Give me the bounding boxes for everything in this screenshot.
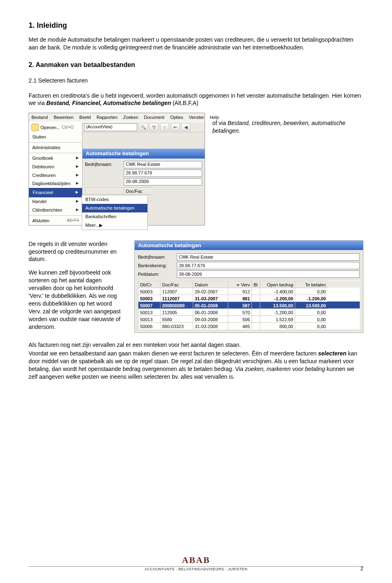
table-row[interactable]: 50013558009-03-20085061.522,690,00: [138, 315, 360, 322]
table-cell: 50003: [138, 288, 160, 295]
subsection-number: 2.1 Selecteren facturen: [29, 77, 88, 84]
para-path: zoeken, markeren voor betaling: [245, 366, 325, 372]
menubar-item[interactable]: Venster: [188, 114, 205, 121]
menubar-item[interactable]: Bewerken: [53, 114, 74, 121]
menu-shortcut: Ctrl+O: [62, 125, 74, 130]
column-header-docfac[interactable]: Doc/Fac: [160, 281, 193, 288]
menu-item-afsluiten[interactable]: AfsluitenAlt+F4: [29, 217, 82, 225]
table-cell: 05-01-2008: [193, 302, 228, 308]
submenu-arrow-icon: ▶: [99, 223, 102, 228]
table-cell: [252, 302, 260, 308]
table-cell: 0,00: [295, 308, 327, 315]
table-cell: 50013: [138, 315, 160, 322]
table-cell: 13.500,00: [260, 302, 295, 308]
table-cell: [252, 308, 260, 315]
table-cell: 5580: [160, 315, 193, 322]
table-cell: 50006: [138, 322, 160, 329]
menu-item-administraties[interactable]: Administraties: [29, 143, 82, 152]
table-cell: 200800089: [160, 302, 193, 308]
account-select[interactable]: (AccountView): [84, 123, 137, 131]
rekening-field[interactable]: 28.98.77.679: [124, 170, 202, 177]
table-cell: [252, 295, 260, 302]
table-cell: 13.500,00: [295, 302, 327, 308]
menu-item-crediteuren[interactable]: Crediteuren▶: [29, 171, 82, 180]
menubar-item[interactable]: Bestand: [31, 114, 49, 121]
page-number: 2: [361, 565, 363, 572]
sort-paragraph-2: We kunnen zelf bijvoorbeeld ook sorteren…: [29, 269, 125, 331]
caption-text: of via: [212, 120, 227, 126]
binoculars-icon[interactable]: 🔍: [139, 123, 148, 131]
menu-item-grootboek[interactable]: Grootboek▶: [29, 154, 82, 163]
table-row[interactable]: 5000720080008905-01-200858713.500,0013.5…: [138, 302, 360, 308]
table-cell: 06-01-2008: [193, 308, 228, 315]
menu-item-label: Afsluiten: [32, 218, 49, 223]
sort-asc-icon[interactable]: ↕: [160, 123, 169, 131]
para2-shortcut: (Alt,B,F,A): [173, 100, 198, 106]
table-cell: 0,00: [295, 315, 327, 322]
table-row[interactable]: 5001311200506-01-2008570-1.200,000,00: [138, 308, 360, 315]
column-header-bl[interactable]: Bl: [252, 281, 260, 288]
peildatum-field[interactable]: 28-08-2009: [177, 270, 360, 278]
bedrijfsnaam-field[interactable]: CMK Real Estate: [124, 161, 202, 168]
table-row[interactable]: 5000311200728-02-2007912-2.400,000,00: [138, 288, 360, 295]
submenu-arrow-icon: ▶: [76, 181, 79, 185]
menu-divider: [29, 215, 82, 216]
nav-prev-icon[interactable]: ◀: [181, 123, 190, 131]
menu-item-sluiten[interactable]: Sluiten: [29, 133, 82, 141]
submenu-item-bankafschriften[interactable]: Bankafschriften: [82, 212, 147, 221]
toolbar: (AccountView) 🔍 ▽ ↕ ⇤ ◀: [82, 122, 205, 132]
submenu-item-btw[interactable]: BTW-codes: [82, 195, 147, 204]
table-cell: -1.200,00: [260, 308, 295, 315]
menu-item-dagboek[interactable]: Dagboekbladzijden▶: [29, 179, 82, 188]
bedrijfsnaam-field[interactable]: CMK Real Estate: [177, 253, 360, 261]
submenu-arrow-icon: ▶: [76, 155, 79, 160]
table-cell: 28-02-2007: [193, 288, 228, 295]
column-header-verv[interactable]: Verv: [228, 281, 252, 288]
para-text: Voordat we een betaalbestand aan gaan ma…: [29, 350, 318, 357]
column-header-datum[interactable]: Datum: [193, 281, 228, 288]
column-header-label: Verv: [241, 282, 250, 287]
table-header[interactable]: [85, 187, 124, 194]
menu-bar: Bestand Bewerken Beeld Rapporten Zoeken …: [29, 113, 205, 122]
autobetalingen-window: Automatische betalingen Bedrijfsnaam:CMK…: [134, 240, 363, 333]
submenu-arrow-icon: ▶: [76, 199, 79, 203]
table-cell: -1.200,00: [295, 295, 327, 302]
menu-screenshot: Bestand Bewerken Beeld Rapporten Zoeken …: [29, 113, 205, 225]
table-row[interactable]: 50003111200731-03-2007881-1.200,00-1.200…: [138, 295, 360, 302]
table-row[interactable]: 50006880-0332331-03-2008485800,000,00: [138, 322, 360, 329]
menu-item-open[interactable]: Openen... Ctrl+O: [29, 122, 82, 133]
table-cell: 506: [228, 315, 252, 322]
menubar-item[interactable]: Document: [143, 114, 165, 121]
column-header-tebetalen[interactable]: Te betalen: [295, 281, 327, 288]
datum-field[interactable]: 28-08-2009: [124, 178, 202, 185]
menu-item-handel[interactable]: Handel▶: [29, 197, 82, 206]
caption-path: Bestand, crediteuren, bewerken, automati…: [212, 120, 345, 134]
sort-desc-icon: [236, 284, 240, 286]
table-header-docfac[interactable]: Doc/Fac: [124, 187, 152, 194]
para2-path: Bestand, Financieel, Automatische betali…: [47, 100, 171, 106]
nav-first-icon[interactable]: ⇤: [171, 123, 180, 131]
open-icon: [31, 124, 39, 131]
menubar-item[interactable]: Zoeken: [122, 114, 139, 121]
table-cell: 1.522,69: [260, 315, 295, 322]
table-cell: 880-03323: [160, 322, 193, 329]
menubar-item[interactable]: Opties: [169, 114, 184, 121]
menubar-item[interactable]: Rapporten: [96, 114, 118, 121]
table-cell: [252, 315, 260, 322]
table-cell: 50007: [138, 302, 160, 308]
footer-tagline: ACCOUNTANTS - BELASTINGADVISEURS - JURIS…: [29, 567, 363, 572]
submenu-item-meer[interactable]: Meer...▶: [82, 221, 147, 230]
menu-item-debiteuren[interactable]: Debiteuren▶: [29, 163, 82, 171]
filter-icon[interactable]: ▽: [149, 123, 158, 131]
menu-item-financieel[interactable]: Financieel▶: [29, 188, 82, 197]
submenu-arrow-icon: ▶: [76, 207, 79, 212]
menu-item-clientberichten[interactable]: Cliëntberichten▶: [29, 206, 82, 214]
column-header-open[interactable]: Open bedrag: [260, 281, 295, 288]
field-label: Bedrijfsnaam:: [85, 161, 124, 168]
bankrekening-field[interactable]: 28.98.77.679: [177, 262, 360, 269]
table-cell: 31-03-2007: [193, 295, 228, 302]
submenu-item-autobetalingen[interactable]: Automatische betalingen: [82, 204, 147, 212]
menubar-item[interactable]: Beeld: [78, 114, 91, 121]
menu-item-label: Openen...: [40, 125, 60, 131]
column-header-dbcr[interactable]: Db/Cr: [138, 281, 160, 288]
